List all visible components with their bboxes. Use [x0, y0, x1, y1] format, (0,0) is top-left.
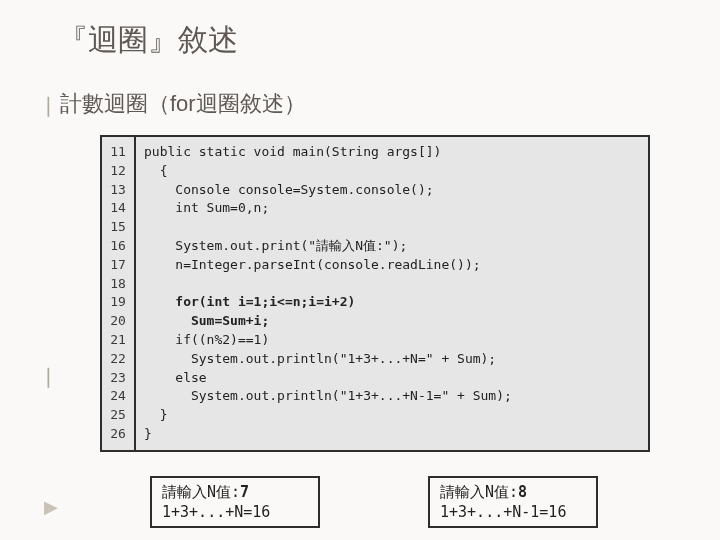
- code-line: n=Integer.parseInt(console.readLine());: [144, 256, 512, 275]
- code-line: System.out.println("1+3+...+N-1=" + Sum)…: [144, 387, 512, 406]
- line-number: 18: [102, 275, 134, 294]
- code-line: [144, 218, 512, 237]
- line-number: 11: [102, 143, 134, 162]
- line-number: 15: [102, 218, 134, 237]
- output-row: 請輸入N值:7 1+3+...+N=16 請輸入N值:8 1+3+...+N-1…: [150, 476, 680, 529]
- code-line: [144, 275, 512, 294]
- chevron-icon: ❘: [40, 89, 60, 117]
- line-number: 19: [102, 293, 134, 312]
- line-number: 16: [102, 237, 134, 256]
- line-number: 14: [102, 199, 134, 218]
- output-box-1: 請輸入N值:7 1+3+...+N=16: [150, 476, 320, 529]
- subheading: 計數迴圈（for迴圈敘述）: [60, 89, 306, 119]
- line-number: 24: [102, 387, 134, 406]
- bullet-subheading-row: ❘ 計數迴圈（for迴圈敘述）: [40, 89, 680, 119]
- code-line: }: [144, 425, 512, 444]
- code-line: int Sum=0,n;: [144, 199, 512, 218]
- chevron-icon: ❘: [40, 364, 57, 388]
- code-line: public static void main(String args[]): [144, 143, 512, 162]
- line-number: 13: [102, 181, 134, 200]
- code-line: System.out.print("請輸入N值:");: [144, 237, 512, 256]
- code-line: else: [144, 369, 512, 388]
- line-number: 12: [102, 162, 134, 181]
- line-number-gutter: 11121314151617181920212223242526: [102, 137, 136, 450]
- corner-icon: ▶: [44, 496, 58, 518]
- line-number: 22: [102, 350, 134, 369]
- code-line: System.out.println("1+3+...+N=" + Sum);: [144, 350, 512, 369]
- line-number: 23: [102, 369, 134, 388]
- code-body: public static void main(String args[]) {…: [136, 137, 520, 450]
- code-line: {: [144, 162, 512, 181]
- output-box-2: 請輸入N值:8 1+3+...+N-1=16: [428, 476, 598, 529]
- line-number: 21: [102, 331, 134, 350]
- code-line: for(int i=1;i<=n;i=i+2): [144, 293, 512, 312]
- line-number: 20: [102, 312, 134, 331]
- code-line: }: [144, 406, 512, 425]
- code-line: Sum=Sum+i;: [144, 312, 512, 331]
- code-line: Console console=System.console();: [144, 181, 512, 200]
- line-number: 17: [102, 256, 134, 275]
- code-block: 11121314151617181920212223242526 public …: [100, 135, 650, 452]
- line-number: 26: [102, 425, 134, 444]
- line-number: 25: [102, 406, 134, 425]
- slide-title: 『迴圈』敘述: [0, 20, 720, 61]
- code-line: if((n%2)==1): [144, 331, 512, 350]
